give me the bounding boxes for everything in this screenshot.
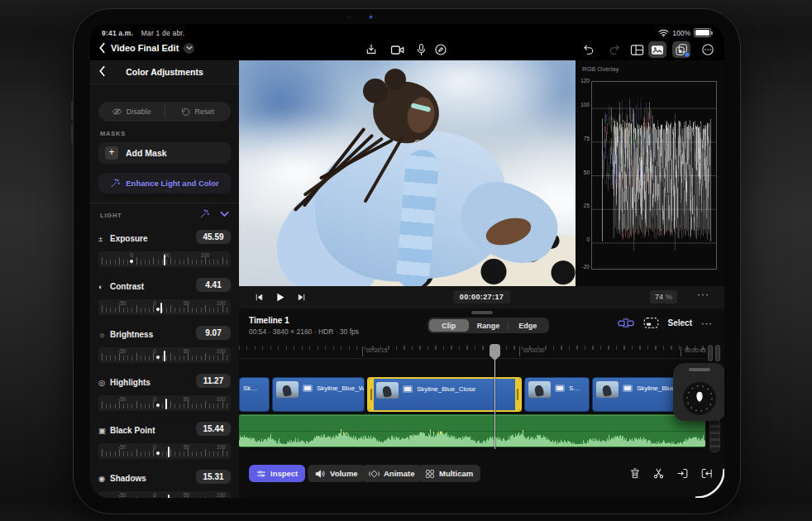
overwrite-icon[interactable]	[699, 466, 714, 480]
exposure-slider-group: ±Exposure45.59 050100	[98, 231, 231, 274]
black-point-slider[interactable]: -50050100	[98, 443, 231, 459]
slider-value[interactable]: 9.07	[196, 326, 231, 340]
multicam-button[interactable]: Multicam	[418, 465, 480, 482]
audio-waveform-canvas[interactable]	[239, 414, 705, 447]
slider-value[interactable]: 15.44	[196, 422, 231, 436]
black-point-icon: ▣	[98, 426, 110, 435]
inspect-icon	[256, 469, 266, 479]
camera-icon[interactable]	[389, 41, 407, 58]
exposure-slider[interactable]: 050100	[98, 251, 231, 267]
plus-icon: +	[105, 146, 118, 160]
slider-label: Highlights	[110, 378, 150, 387]
clip-label: Skyline_Blue_Close	[417, 385, 475, 393]
inspect-button[interactable]: Inspect	[249, 465, 305, 482]
blade-icon[interactable]	[651, 466, 666, 480]
photo-badge-icon	[303, 385, 313, 392]
more-options-icon[interactable]	[699, 41, 717, 58]
clip-label: Sk…	[243, 385, 257, 392]
shadows-slider[interactable]: -50050100	[98, 491, 231, 498]
brightness-slider[interactable]: -50050100	[98, 347, 231, 363]
clip-appearance-icon[interactable]	[643, 317, 659, 329]
clock-and-date: 9:41 a.m. Mar 1 de abr.	[102, 29, 184, 37]
light-section-header: LIGHT	[100, 210, 229, 222]
magic-wand-icon	[110, 178, 121, 189]
slider-value[interactable]: 11.27	[196, 374, 231, 388]
select-button[interactable]: Select	[668, 318, 692, 327]
brightness-icon: ☼	[98, 330, 110, 339]
timeline-clip[interactable]: Sk…	[239, 377, 270, 412]
camera-sensor	[347, 16, 351, 19]
slider-label: Shadows	[110, 474, 146, 483]
photo-badge-icon	[623, 385, 633, 392]
browser-panel-icon[interactable]	[628, 41, 646, 58]
disable-button[interactable]: Disable	[98, 102, 165, 122]
axis-label: 75	[573, 136, 590, 141]
volume-button[interactable]: Volume	[308, 465, 365, 482]
slider-label: Black Point	[110, 426, 155, 435]
insert-icon[interactable]	[675, 466, 690, 480]
disable-reset-group: Disable Reset	[98, 102, 231, 122]
panel-title: Color Adjustments	[90, 67, 239, 77]
clip-thumbnail	[276, 381, 299, 398]
rgb-waveform-canvas	[591, 81, 717, 270]
exposure-icon: ±	[98, 234, 110, 243]
ipad-device: 9:41 a.m. Mar 1 de abr. 100%	[73, 8, 741, 514]
project-title[interactable]: Video Final Edit	[111, 43, 179, 53]
jog-wheel-widget[interactable]	[673, 363, 724, 421]
timeline-clip[interactable]: Skyline_Blue_Wide	[272, 377, 365, 412]
slider-value[interactable]: 15.31	[196, 470, 231, 484]
jog-wheel[interactable]	[683, 382, 716, 415]
timeline-clip-selected[interactable]: Skyline_Blue_Close	[367, 377, 522, 412]
mode-clip[interactable]: Clip	[429, 319, 469, 332]
highlights-slider[interactable]: -50050100	[98, 395, 231, 411]
contrast-slider[interactable]: -50050100	[98, 299, 231, 315]
edit-mode-segmented-control: Clip Range Edge	[427, 318, 549, 333]
volume-label: Volume	[330, 469, 358, 478]
light-section-label: LIGHT	[100, 212, 122, 219]
trim-handle-right[interactable]	[515, 379, 520, 410]
slider-label: Brightness	[110, 330, 153, 339]
back-chevron-icon[interactable]	[98, 42, 106, 54]
skip-forward-icon[interactable]	[293, 289, 309, 305]
reset-button[interactable]: Reset	[165, 102, 232, 122]
timecode-display[interactable]: 00:00:27:17	[453, 290, 510, 304]
axis-label: 100	[573, 102, 590, 108]
timeline-more-icon[interactable]: ···	[701, 318, 713, 328]
volume-up-button	[71, 102, 74, 120]
timeline-drag-handle[interactable]	[471, 311, 493, 314]
undo-icon[interactable]	[580, 41, 598, 58]
project-menu-chevron-icon[interactable]	[184, 43, 194, 54]
skip-back-icon[interactable]	[251, 289, 267, 305]
microphone-icon[interactable]	[412, 41, 430, 58]
viewer-zoom-control[interactable]: 74%	[650, 290, 677, 304]
redo-icon[interactable]	[605, 41, 623, 58]
slider-value[interactable]: 4.41	[196, 278, 231, 292]
viewer-more-icon[interactable]: ···	[697, 289, 709, 300]
pencil-tools-icon[interactable]	[432, 41, 450, 58]
clip-thumbnail	[376, 382, 399, 399]
titles-effects-icon[interactable]	[672, 41, 690, 58]
mode-edge[interactable]: Edge	[508, 319, 547, 332]
timeline-clip[interactable]: S…	[524, 377, 590, 412]
slider-value[interactable]: 45.59	[196, 230, 231, 244]
delete-icon[interactable]	[628, 466, 642, 480]
collapse-chevron-icon[interactable]	[220, 211, 229, 217]
auto-enhance-icon[interactable]	[199, 208, 210, 219]
app-screen: 9:41 a.m. Mar 1 de abr. 100%	[90, 24, 724, 498]
import-icon[interactable]	[362, 41, 380, 58]
mode-range[interactable]: Range	[469, 319, 509, 332]
add-mask-label: Add Mask	[126, 148, 167, 158]
add-mask-button[interactable]: + Add Mask	[98, 142, 231, 164]
video-viewer[interactable]	[239, 60, 576, 286]
animate-button[interactable]: Animate	[361, 465, 422, 482]
app-toolbar: Video Final Edit	[90, 41, 724, 60]
play-icon[interactable]	[271, 289, 288, 305]
trim-handle-left[interactable]	[369, 379, 374, 410]
zoom-value: 74	[655, 293, 663, 301]
media-library-icon[interactable]	[648, 41, 666, 58]
timeline-title: Timeline 1	[249, 316, 289, 325]
enhance-light-color-button[interactable]: Enhance Light and Color	[98, 173, 231, 194]
snapping-icon[interactable]	[618, 317, 634, 329]
jog-drag-handle[interactable]	[689, 368, 710, 371]
timeline-ruler[interactable]: 00:00:15 00:00:30 00:00:45	[239, 344, 705, 359]
